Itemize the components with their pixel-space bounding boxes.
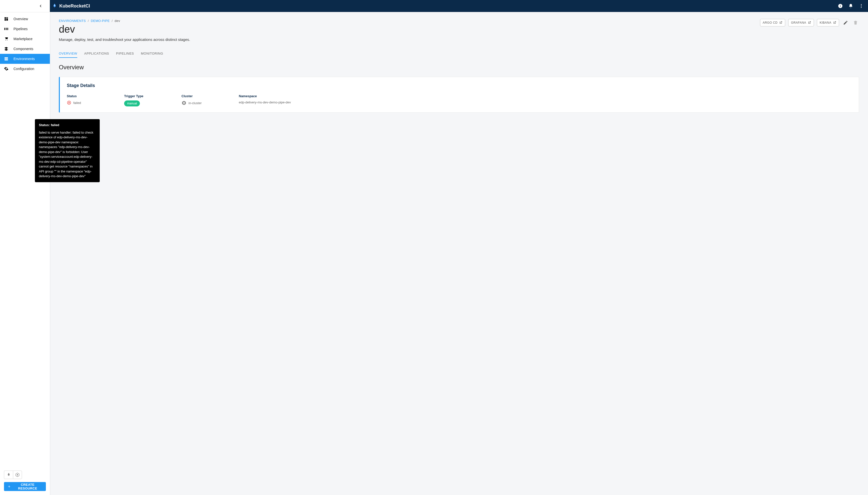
svg-rect-12 <box>7 28 8 30</box>
environments-icon <box>4 56 8 61</box>
footer-rocket-button[interactable] <box>4 471 13 479</box>
svg-rect-6 <box>4 17 6 19</box>
cluster-text: in-cluster <box>188 101 202 105</box>
section-heading: Overview <box>59 64 859 71</box>
grafana-link[interactable]: GRAFANA <box>788 19 814 27</box>
external-link-icon <box>808 21 811 24</box>
tab-applications[interactable]: APPLICATIONS <box>84 50 109 58</box>
card-title: Stage Details <box>67 83 852 88</box>
nav-label: Overview <box>14 17 28 21</box>
page-subtitle: Manage, deploy, test, and troubleshoot y… <box>59 37 190 41</box>
nav-item-environments[interactable]: Environments <box>0 54 50 64</box>
detail-value: edp-delivery-ms-dev-demo-pipe-dev <box>239 100 291 104</box>
create-resource-button[interactable]: CREATE RESOURCE <box>4 482 46 491</box>
tooltip-title: Status: failed <box>39 123 96 127</box>
create-button-label: CREATE RESOURCE <box>13 483 42 490</box>
tab-pipelines[interactable]: PIPELINES <box>116 50 134 58</box>
detail-namespace: Namespace edp-delivery-ms-dev-demo-pipe-… <box>239 94 291 106</box>
tab-overview[interactable]: OVERVIEW <box>59 50 77 58</box>
delete-button[interactable] <box>852 19 859 26</box>
nav-label: Pipelines <box>14 27 28 31</box>
footer-k8s-button[interactable] <box>13 471 22 479</box>
detail-label: Trigger Type <box>124 94 161 98</box>
link-label: KIBANA <box>820 21 831 24</box>
pipeline-icon <box>4 27 8 31</box>
kibana-link[interactable]: KIBANA <box>817 19 839 27</box>
error-icon <box>67 100 71 105</box>
external-link-icon <box>779 21 783 24</box>
brand: KubeRocketCI <box>52 3 90 9</box>
svg-rect-15 <box>4 60 8 61</box>
nav-item-overview[interactable]: Overview <box>0 14 50 24</box>
svg-rect-10 <box>4 28 5 30</box>
svg-point-0 <box>54 5 55 6</box>
breadcrumb: ENVIRONMENTS / DEMO-PIPE / dev <box>59 19 190 23</box>
kubernetes-icon <box>182 100 186 105</box>
detail-value: in-cluster <box>182 100 219 105</box>
svg-text:i: i <box>840 4 840 7</box>
nav-label: Marketplace <box>14 37 32 41</box>
nav-item-configuration[interactable]: Configuration <box>0 64 50 74</box>
header-actions: ARGO CD GRAFANA KIBANA <box>760 19 859 27</box>
svg-rect-11 <box>6 28 7 30</box>
page-header: ENVIRONMENTS / DEMO-PIPE / dev dev Manag… <box>59 19 859 50</box>
svg-rect-13 <box>4 57 8 58</box>
breadcrumb-environments[interactable]: ENVIRONMENTS <box>59 19 86 23</box>
bell-icon <box>848 3 853 8</box>
breadcrumb-demo-pipe[interactable]: DEMO-PIPE <box>91 19 110 23</box>
cart-icon <box>4 37 8 41</box>
info-icon: i <box>838 3 843 8</box>
svg-rect-7 <box>6 17 8 18</box>
svg-rect-9 <box>4 19 6 21</box>
svg-rect-8 <box>6 18 8 21</box>
kubernetes-icon <box>15 473 20 477</box>
nav-label: Environments <box>14 57 35 61</box>
page-title: dev <box>59 24 190 35</box>
nav-list: Overview Pipelines Marketplace Component… <box>0 12 50 74</box>
nav-item-pipelines[interactable]: Pipelines <box>0 24 50 34</box>
info-button[interactable]: i <box>838 3 843 9</box>
footer-icons <box>4 471 46 479</box>
topbar: KubeRocketCI i <box>0 0 868 12</box>
namespace-text: edp-delivery-ms-dev-demo-pipe-dev <box>239 100 291 104</box>
nav-item-marketplace[interactable]: Marketplace <box>0 34 50 44</box>
notifications-button[interactable] <box>848 3 853 9</box>
detail-label: Cluster <box>182 94 219 98</box>
plus-icon <box>7 484 11 489</box>
rocket-icon <box>52 3 57 9</box>
sidebar-collapse-button[interactable] <box>0 0 50 12</box>
tabs: OVERVIEW APPLICATIONS PIPELINES MONITORI… <box>59 50 859 58</box>
detail-label: Status <box>67 94 104 98</box>
breadcrumb-separator: / <box>112 19 113 23</box>
details-grid: Status failed Trigger Type manual Clu <box>67 94 852 106</box>
topbar-actions: i <box>838 3 864 9</box>
sidebar: Overview Pipelines Marketplace Component… <box>0 12 50 495</box>
brand-name: KubeRocketCI <box>59 3 90 9</box>
pencil-icon <box>843 20 848 25</box>
argo-cd-link[interactable]: ARGO CD <box>760 19 785 27</box>
sidebar-footer: CREATE RESOURCE <box>0 466 50 495</box>
tooltip-body: failed to serve handler: failed to check… <box>39 130 96 179</box>
status-tooltip: Status: failed failed to serve handler: … <box>35 119 100 182</box>
rocket-icon <box>6 473 11 477</box>
edit-button[interactable] <box>842 19 849 26</box>
external-link-icon <box>833 21 836 24</box>
kebab-menu-button[interactable] <box>858 3 864 9</box>
svg-point-5 <box>861 7 862 8</box>
nav-label: Configuration <box>14 67 34 71</box>
trash-icon <box>853 20 858 25</box>
svg-rect-14 <box>4 58 8 59</box>
chevron-left-icon <box>38 4 43 8</box>
more-vertical-icon <box>859 3 864 8</box>
detail-label: Namespace <box>239 94 291 98</box>
status-value[interactable]: failed <box>67 100 104 105</box>
status-text: failed <box>73 101 81 105</box>
nav-item-components[interactable]: Components <box>0 44 50 54</box>
svg-point-20 <box>183 102 185 104</box>
layers-icon <box>4 47 8 51</box>
detail-value: manual <box>124 100 161 106</box>
main-content: ENVIRONMENTS / DEMO-PIPE / dev dev Manag… <box>50 12 868 495</box>
tab-monitoring[interactable]: MONITORING <box>141 50 163 58</box>
dashboard-icon <box>4 17 8 21</box>
link-label: GRAFANA <box>791 21 806 24</box>
